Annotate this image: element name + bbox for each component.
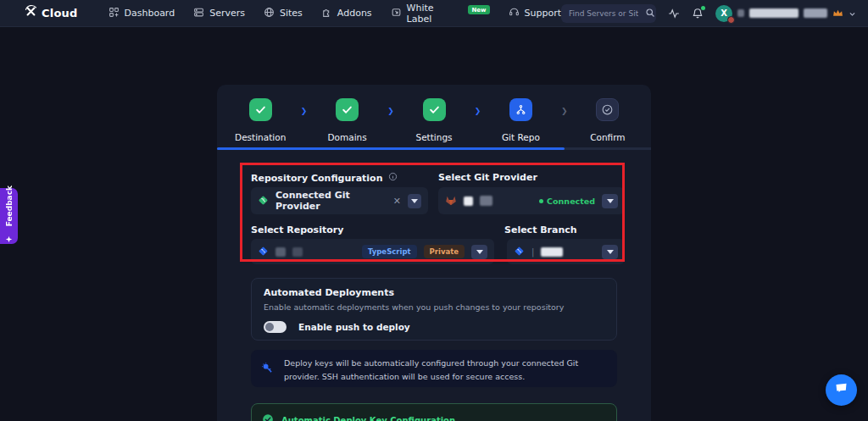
deploy-key-status-text: Automatic Deploy Key Configuration <box>281 416 455 421</box>
repository-configuration-heading: Repository Configuration <box>251 172 398 184</box>
automated-deployments-title: Automated Deployments <box>264 287 604 298</box>
servers-icon <box>193 7 204 20</box>
gitlab-icon <box>445 193 457 209</box>
nav-label: Dashboard <box>125 8 175 19</box>
check-circle-icon <box>262 413 274 421</box>
redacted-username <box>749 8 798 18</box>
xcloud-logo-icon <box>24 4 38 22</box>
nav-label: White Label <box>407 3 462 25</box>
nav-item-sites[interactable]: Sites <box>264 7 303 20</box>
support-icon <box>509 7 520 20</box>
git-logo-icon <box>258 193 269 209</box>
nav-item-white-label[interactable]: White Label New <box>391 3 490 25</box>
git-branch-icon <box>258 244 269 260</box>
dropdown-arrow-button[interactable] <box>471 245 487 259</box>
select-repository-label: Select Repository <box>251 224 343 235</box>
wizard-progress-fill <box>217 147 565 150</box>
step-confirm[interactable]: Confirm <box>565 98 651 142</box>
step-label: Git Repo <box>502 132 540 142</box>
activity-icon[interactable] <box>668 8 680 19</box>
step-confirm-circle-check-icon <box>596 98 619 121</box>
provider-status: Connected <box>539 197 595 206</box>
deploy-key-status-box: Automatic Deploy Key Configuration <box>251 403 617 421</box>
nav-item-support[interactable]: Support <box>509 7 561 20</box>
notifications-bell-icon[interactable] <box>692 8 704 19</box>
puzzle-icon <box>321 7 332 20</box>
section-title: Repository Configuration <box>251 173 383 184</box>
step-complete-check-icon <box>249 98 272 121</box>
dropdown-value: Connected Git Provider <box>275 190 380 212</box>
git-branch-icon <box>514 244 525 260</box>
nav-label: Servers <box>209 8 245 19</box>
nav-item-addons[interactable]: Addons <box>321 7 372 20</box>
step-destination[interactable]: Destination ❯ <box>217 98 303 142</box>
automated-deployments-panel: Automated Deployments Enable automatic d… <box>251 278 617 341</box>
redacted-repo-name <box>292 247 303 257</box>
sparkle-icon <box>5 230 13 247</box>
redacted-branch-name <box>541 247 563 257</box>
branch-dropdown[interactable]: | <box>507 239 625 264</box>
status-dot-icon <box>539 199 543 203</box>
new-badge: New <box>468 5 489 14</box>
separator: | <box>531 247 534 257</box>
step-domains[interactable]: Domains ❯ <box>303 98 390 142</box>
wizard-progress-track <box>217 147 651 150</box>
dropdown-arrow-button[interactable] <box>602 194 618 208</box>
dashboard-icon <box>108 7 120 20</box>
deploy-keys-info-box: Deploy keys will be automatically config… <box>251 350 617 387</box>
user-account-menu[interactable]: X <box>715 5 856 22</box>
step-label: Settings <box>415 132 452 142</box>
push-to-deploy-label: Enable push to deploy <box>298 322 410 332</box>
redacted-username <box>737 9 744 17</box>
git-provider-dropdown[interactable]: Connected <box>438 187 625 214</box>
push-to-deploy-toggle[interactable] <box>264 321 287 333</box>
brand-logo[interactable]: Cloud <box>24 4 78 22</box>
status-text: Connected <box>547 197 595 206</box>
nav-label: Addons <box>337 8 372 19</box>
step-complete-check-icon <box>336 98 359 121</box>
chat-bubble-icon <box>834 381 849 399</box>
language-badge: TypeScript <box>362 245 417 258</box>
globe-icon <box>264 7 275 20</box>
key-icon <box>261 362 274 380</box>
step-git-repo[interactable]: Git Repo ❯ <box>477 98 564 142</box>
repository-dropdown[interactable]: TypeScript Private <box>251 239 494 264</box>
main-nav: Dashboard Servers Sites Addons White Lab… <box>108 3 562 25</box>
select-branch-label: Select Branch <box>504 224 577 235</box>
feedback-button[interactable]: Feedback <box>0 188 18 244</box>
dropdown-arrow-button[interactable] <box>408 194 421 208</box>
app-screen: Cloud Dashboard Servers Sites Addons Whi… <box>0 0 868 421</box>
deploy-keys-note-text: Deploy keys will be automatically config… <box>284 357 607 380</box>
push-to-deploy-row: Enable push to deploy <box>264 321 604 333</box>
step-label: Destination <box>235 132 286 142</box>
info-icon[interactable] <box>388 172 398 184</box>
search-input[interactable] <box>569 9 638 18</box>
step-label: Domains <box>328 132 367 142</box>
toggle-knob <box>265 323 274 331</box>
search-icon[interactable] <box>645 5 655 21</box>
visibility-badge: Private <box>424 245 465 258</box>
avatar-initial: X <box>721 8 727 18</box>
site-setup-wizard-card: Destination ❯ Domains ❯ Settings ❯ <box>217 85 651 421</box>
redacted-repo-name <box>275 247 286 257</box>
redacted-provider-account <box>480 196 492 206</box>
nav-label: Sites <box>280 8 303 19</box>
crown-icon <box>832 5 843 21</box>
dropdown-arrow-button[interactable] <box>602 245 618 259</box>
step-label: Confirm <box>590 132 625 142</box>
step-complete-check-icon <box>423 98 446 121</box>
step-settings[interactable]: Settings ❯ <box>391 98 477 142</box>
global-search[interactable] <box>561 4 656 23</box>
nav-item-dashboard[interactable]: Dashboard <box>108 7 175 20</box>
wizard-stepper: Destination ❯ Domains ❯ Settings ❯ <box>217 98 651 142</box>
chat-widget-button[interactable] <box>826 374 857 406</box>
feedback-label: Feedback <box>5 186 14 226</box>
automated-deployments-description: Enable automatic deployments when you pu… <box>264 302 604 312</box>
connected-git-provider-dropdown[interactable]: Connected Git Provider ✕ <box>251 187 428 214</box>
nav-label: Support <box>525 8 561 19</box>
step-git-icon <box>509 98 532 121</box>
nav-item-servers[interactable]: Servers <box>193 7 245 20</box>
select-git-provider-label: Select Git Provider <box>438 172 537 183</box>
white-label-icon <box>391 7 402 20</box>
clear-selection-icon[interactable]: ✕ <box>393 196 401 207</box>
